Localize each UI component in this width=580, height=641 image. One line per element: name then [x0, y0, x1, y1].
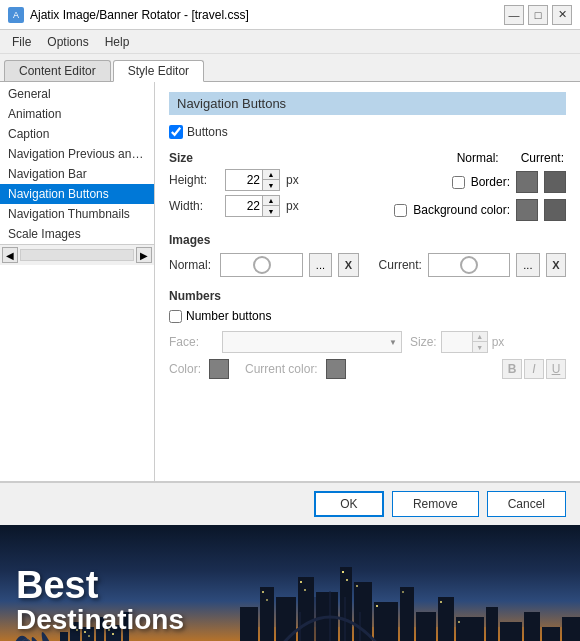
ok-button[interactable]: OK [314, 491, 384, 517]
size-and-colors-section: Size Height: 22 ▲ ▼ px Width: [169, 151, 566, 221]
sidebar-item-animation[interactable]: Animation [0, 104, 154, 124]
size-spin-up[interactable]: ▲ [473, 332, 487, 342]
svg-rect-45 [356, 585, 358, 587]
sidebar-item-nav-prevnext[interactable]: Navigation Previous and Nex [0, 144, 154, 164]
banner-best-text: Best [16, 566, 184, 604]
tab-style-editor[interactable]: Style Editor [113, 60, 204, 82]
main-container: General Animation Caption Navigation Pre… [0, 82, 580, 482]
height-label: Height: [169, 173, 219, 187]
bg-color-current[interactable] [544, 199, 566, 221]
normal-image-browse[interactable]: ... [309, 253, 333, 277]
face-label: Face: [169, 335, 214, 349]
current-color-label: Current color: [245, 362, 318, 376]
height-spinner[interactable]: 22 ▲ ▼ [225, 169, 280, 191]
maximize-button[interactable]: □ [528, 5, 548, 25]
normal-image-clear[interactable]: X [338, 253, 358, 277]
bold-button[interactable]: B [502, 359, 522, 379]
underline-button[interactable]: U [546, 359, 566, 379]
numbers-label: Numbers [169, 289, 566, 303]
title-bar-left: A Ajatix Image/Banner Rotator - [travel.… [8, 7, 249, 23]
border-row: Border: [309, 171, 566, 193]
buttons-checkbox-label: Buttons [187, 125, 228, 139]
width-label: Width: [169, 199, 219, 213]
sidebar-item-nav-buttons[interactable]: Navigation Buttons [0, 184, 154, 204]
menu-bar: File Options Help [0, 30, 580, 54]
size-spin-down[interactable]: ▼ [473, 342, 487, 352]
sidebar-scrollbar: ◀ ▶ [0, 244, 154, 265]
border-label: Border: [471, 175, 510, 189]
banner-text: Best Destinations [16, 566, 184, 636]
menu-options[interactable]: Options [39, 33, 96, 51]
color-controls-section: Normal: Current: Border: Background colo… [309, 151, 566, 221]
section-header: Navigation Buttons [169, 92, 566, 115]
content-panel: Navigation Buttons Buttons Size Height: … [155, 82, 580, 481]
width-spinner[interactable]: 22 ▲ ▼ [225, 195, 280, 217]
width-row: Width: 22 ▲ ▼ px [169, 195, 299, 217]
sidebar-scroll-area: General Animation Caption Navigation Pre… [0, 84, 154, 244]
sidebar-item-general[interactable]: General [0, 84, 154, 104]
sidebar-scroll-left[interactable]: ◀ [2, 247, 18, 263]
svg-rect-31 [542, 627, 560, 641]
svg-rect-21 [340, 567, 352, 641]
svg-rect-43 [342, 571, 344, 573]
face-row: Face: ▼ Size: ▲ ▼ px [169, 331, 566, 353]
size-section: Size Height: 22 ▲ ▼ px Width: [169, 151, 299, 221]
svg-rect-47 [402, 591, 404, 593]
width-spin-up[interactable]: ▲ [263, 196, 279, 206]
svg-rect-25 [416, 612, 436, 641]
numbers-section: Numbers Number buttons Face: ▼ Size: [169, 289, 566, 379]
current-image-browse[interactable]: ... [516, 253, 540, 277]
sidebar-scrollbar-track[interactable] [20, 249, 134, 261]
sidebar-item-scale-images[interactable]: Scale Images [0, 224, 154, 244]
height-spin-up[interactable]: ▲ [263, 170, 279, 180]
svg-rect-39 [262, 591, 264, 593]
size-field-label: Size: [410, 335, 437, 349]
current-image-input[interactable] [428, 253, 510, 277]
border-checkbox[interactable] [452, 176, 465, 189]
footer-buttons: OK Remove Cancel [0, 482, 580, 525]
height-input[interactable]: 22 [226, 172, 262, 188]
menu-file[interactable]: File [4, 33, 39, 51]
height-spin-down[interactable]: ▼ [263, 180, 279, 190]
current-image-clear[interactable]: X [546, 253, 566, 277]
svg-rect-24 [400, 587, 414, 641]
height-row: Height: 22 ▲ ▼ px [169, 169, 299, 191]
bg-color-normal[interactable] [516, 199, 538, 221]
current-image-circle-icon [460, 256, 478, 274]
width-input[interactable]: 22 [226, 198, 262, 214]
italic-button[interactable]: I [524, 359, 544, 379]
number-buttons-checkbox[interactable] [169, 310, 182, 323]
size-spinner[interactable]: ▲ ▼ [441, 331, 488, 353]
sidebar-item-caption[interactable]: Caption [0, 124, 154, 144]
current-number-color-box[interactable] [326, 359, 346, 379]
number-buttons-checkbox-row: Number buttons [169, 309, 566, 323]
normal-current-header: Normal: Current: [457, 151, 566, 165]
cancel-button[interactable]: Cancel [487, 491, 566, 517]
svg-rect-16 [240, 607, 258, 641]
normal-image-row: Normal: ... X Current: ... X [169, 253, 566, 277]
bg-color-label: Background color: [413, 203, 510, 217]
sidebar-item-nav-bar[interactable]: Navigation Bar [0, 164, 154, 184]
normal-image-input[interactable] [220, 253, 302, 277]
remove-button[interactable]: Remove [392, 491, 479, 517]
svg-rect-41 [300, 581, 302, 583]
current-image-label-inline: Current: [379, 258, 422, 272]
width-spin-down[interactable]: ▼ [263, 206, 279, 216]
tab-content-editor[interactable]: Content Editor [4, 60, 111, 81]
close-button[interactable]: ✕ [552, 5, 572, 25]
images-label: Images [169, 233, 566, 247]
face-select[interactable] [227, 335, 397, 349]
bg-color-checkbox[interactable] [394, 204, 407, 217]
border-color-normal[interactable] [516, 171, 538, 193]
menu-help[interactable]: Help [97, 33, 138, 51]
sidebar-item-nav-thumbnails[interactable]: Navigation Thumbnails [0, 204, 154, 224]
face-select-container[interactable]: ▼ [222, 331, 402, 353]
buttons-checkbox[interactable] [169, 125, 183, 139]
border-color-current[interactable] [544, 171, 566, 193]
color-row: Color: Current color: B I U [169, 359, 566, 379]
number-color-box[interactable] [209, 359, 229, 379]
sidebar-scroll-right[interactable]: ▶ [136, 247, 152, 263]
minimize-button[interactable]: — [504, 5, 524, 25]
size-input[interactable] [442, 334, 472, 350]
format-buttons: B I U [502, 359, 566, 379]
